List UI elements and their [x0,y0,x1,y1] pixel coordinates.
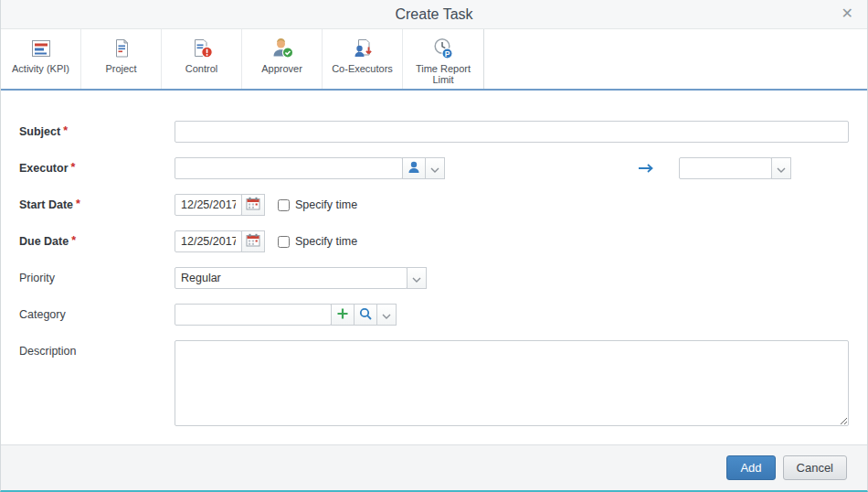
toolbar-item-approver[interactable]: Approver [242,29,323,89]
priority-row: Priority [19,267,847,289]
toolbar-item-label: Control [185,63,217,74]
start-specify-time-checkbox[interactable] [278,199,290,211]
toolbar-item-time-report-limit[interactable]: P Time Report Limit [403,29,484,89]
person-icon [407,160,421,177]
executor-secondary-dropdown-button[interactable] [771,157,791,179]
required-mark: * [71,234,76,247]
svg-text:P: P [445,49,450,59]
toolbar-item-activity-kpi[interactable]: Activity (KPI) [1,29,81,89]
toolbar-item-control[interactable]: Control [162,29,242,89]
chevron-down-icon [430,162,439,176]
category-search-button[interactable] [354,304,377,326]
calendar-icon [246,197,260,213]
close-icon[interactable]: ✕ [837,5,858,23]
co-executors-icon [351,36,375,61]
arrow-right-icon [637,162,655,175]
required-mark: * [76,198,80,210]
start-date-calendar-button[interactable] [241,194,265,216]
due-date-label: Due Date* [19,235,175,248]
executor-secondary-input[interactable] [679,157,772,179]
calendar-icon [246,233,260,250]
toolbar-item-co-executors[interactable]: Co-Executors [323,29,403,89]
chevron-down-icon [777,162,786,176]
executor-dropdown-button[interactable] [425,157,445,179]
cancel-button[interactable]: Cancel [783,455,847,480]
toolbar-item-label: Time Report Limit [410,63,476,85]
start-date-row: Start Date* [19,194,847,216]
category-dropdown-button[interactable] [376,304,397,326]
start-date-label: Start Date* [19,198,175,211]
start-specify-time-label[interactable]: Specify time [295,198,357,211]
toolbar-item-project[interactable]: Project [81,29,162,89]
category-label: Category [19,308,175,321]
dialog-title: Create Task [395,6,472,23]
due-date-row: Due Date* [19,230,847,252]
description-label: Description [19,340,175,358]
approver-icon [270,36,294,61]
due-specify-time-checkbox[interactable] [278,236,290,248]
toolbar-item-label: Activity (KPI) [12,63,69,74]
priority-input[interactable] [175,267,408,289]
due-date-calendar-button[interactable] [241,230,265,252]
toolbar-item-label: Co-Executors [332,63,393,74]
category-input[interactable] [175,304,332,326]
time-report-limit-icon: P [431,36,455,61]
due-specify-time-label[interactable]: Specify time [295,235,357,248]
executor-input[interactable] [175,157,403,179]
executor-label: Executor* [19,162,175,175]
dialog-footer: Add Cancel [1,444,867,490]
subject-row: Subject* [19,121,847,143]
control-icon [190,36,214,61]
executor-row: Executor* [19,157,847,179]
description-textarea[interactable] [175,340,849,426]
toolbar-item-label: Project [105,63,136,74]
search-icon [358,306,373,324]
plus-icon [336,307,349,323]
priority-label: Priority [19,272,175,284]
dialog-header: Create Task ✕ [1,0,867,29]
toolbar: Activity (KPI) Project Control [1,29,867,91]
subject-label: Subject* [19,125,175,138]
required-mark: * [63,124,68,137]
required-mark: * [71,161,76,174]
priority-dropdown-button[interactable] [407,267,427,289]
project-icon [110,36,133,61]
start-date-input[interactable] [175,194,242,216]
toolbar-item-label: Approver [261,63,302,74]
select-user-button[interactable] [402,157,426,179]
create-task-form: Subject* Executor* [1,91,867,426]
kpi-icon [29,36,53,61]
chevron-down-icon [412,272,421,285]
due-date-input[interactable] [175,230,242,252]
chevron-down-icon [382,308,391,322]
description-row: Description [19,340,847,426]
add-button[interactable]: Add [726,455,775,480]
category-row: Category [19,304,847,326]
subject-input[interactable] [175,121,849,143]
category-add-button[interactable] [331,304,355,326]
